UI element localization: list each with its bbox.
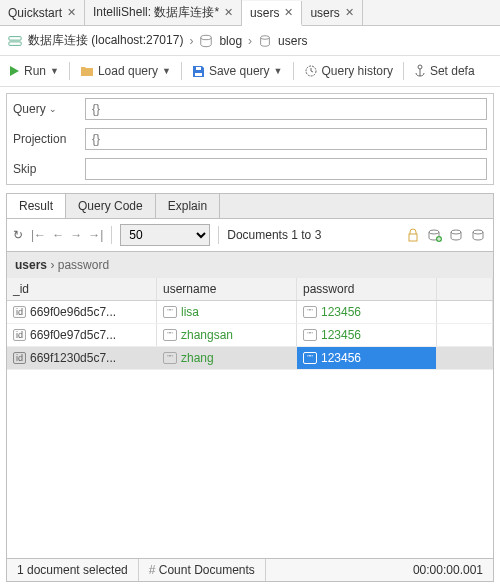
count-documents-button[interactable]: # Count Documents	[139, 559, 266, 581]
lock-icon[interactable]	[405, 227, 421, 243]
refresh-icon[interactable]: ↻	[13, 228, 23, 242]
history-icon	[304, 64, 318, 78]
svg-point-12	[473, 230, 483, 234]
view-icon[interactable]	[449, 227, 465, 243]
prev-page-icon[interactable]: ←	[52, 228, 64, 242]
skip-input[interactable]	[85, 158, 487, 180]
result-path: users › password	[6, 252, 494, 278]
result-toolbar: ↻ |← ← → →| 50 Documents 1 to 3	[6, 218, 494, 252]
close-icon[interactable]: ✕	[345, 6, 354, 19]
projection-label: Projection	[13, 132, 79, 146]
tab-explain[interactable]: Explain	[156, 194, 220, 218]
tab-quickstart[interactable]: Quickstart ✕	[0, 0, 85, 25]
result-table: _id username password id669f0e96d5c7... …	[6, 278, 494, 559]
table-body: id669f0e96d5c7... ""lisa ""123456 id669f…	[7, 301, 493, 558]
separator	[181, 62, 182, 80]
crumb-coll[interactable]: users	[278, 34, 307, 48]
next-page-icon[interactable]: →	[70, 228, 82, 242]
pager: |← ← → →|	[31, 228, 103, 242]
projection-input[interactable]	[85, 128, 487, 150]
svg-point-3	[261, 35, 270, 39]
editor-tabs: Quickstart ✕ IntelliShell: 数据库连接* ✕ user…	[0, 0, 500, 26]
objectid-icon: id	[13, 306, 26, 318]
close-icon[interactable]: ✕	[224, 6, 233, 19]
save-query-button[interactable]: Save query ▼	[192, 64, 283, 78]
svg-point-2	[201, 35, 212, 39]
svg-point-9	[429, 230, 439, 234]
tab-result[interactable]: Result	[7, 194, 66, 218]
load-label: Load query	[98, 64, 158, 78]
path-coll[interactable]: users	[15, 258, 47, 272]
svg-point-11	[451, 230, 461, 234]
svg-rect-0	[9, 36, 21, 40]
set-default-button[interactable]: Set defa	[414, 64, 475, 78]
chevron-down-icon[interactable]: ▼	[274, 66, 283, 76]
load-query-button[interactable]: Load query ▼	[80, 64, 171, 78]
chevron-down-icon[interactable]: ▼	[162, 66, 171, 76]
col-empty	[437, 278, 493, 300]
connection-icon	[8, 34, 22, 48]
col-password[interactable]: password	[297, 278, 437, 300]
tab-users-active[interactable]: users ✕	[242, 1, 302, 26]
last-page-icon[interactable]: →|	[88, 228, 103, 242]
folder-icon	[80, 65, 94, 77]
query-label: Query ⌄	[13, 102, 79, 116]
anchor-icon	[414, 64, 426, 78]
string-icon: ""	[163, 352, 177, 364]
result-action-icons	[405, 227, 487, 243]
setdef-label: Set defa	[430, 64, 475, 78]
tab-label: IntelliShell: 数据库连接*	[93, 4, 219, 21]
svg-rect-5	[196, 67, 201, 70]
separator	[69, 62, 70, 80]
result-section: Result Query Code Explain ↻ |← ← → →| 50…	[6, 193, 494, 278]
tab-intellishell[interactable]: IntelliShell: 数据库连接* ✕	[85, 0, 242, 25]
svg-rect-1	[9, 41, 21, 45]
table-row[interactable]: id669f0e97d5c7... ""zhangsan ""123456	[7, 324, 493, 347]
string-icon: ""	[303, 352, 317, 364]
col-username[interactable]: username	[157, 278, 297, 300]
chevron-down-icon[interactable]: ▼	[50, 66, 59, 76]
play-icon	[8, 65, 20, 77]
run-button[interactable]: Run ▼	[8, 64, 59, 78]
crumb-db[interactable]: blog	[219, 34, 242, 48]
string-icon: ""	[163, 329, 177, 341]
query-form: Query ⌄ Projection Skip	[6, 93, 494, 185]
first-page-icon[interactable]: |←	[31, 228, 46, 242]
chevron-down-icon[interactable]: ⌄	[49, 104, 57, 114]
export-icon[interactable]	[471, 227, 487, 243]
breadcrumb: 数据库连接 (localhost:27017) › blog › users	[0, 26, 500, 56]
chevron-right-icon: ›	[248, 34, 252, 48]
close-icon[interactable]: ✕	[67, 6, 76, 19]
path-field[interactable]: password	[58, 258, 109, 272]
table-row[interactable]: id669f0e96d5c7... ""lisa ""123456	[7, 301, 493, 324]
table-header: _id username password	[7, 278, 493, 301]
history-label: Query history	[322, 64, 393, 78]
status-time: 00:00:00.001	[403, 559, 493, 581]
status-selected: 1 document selected	[7, 559, 139, 581]
query-input[interactable]	[85, 98, 487, 120]
crumb-conn[interactable]: 数据库连接 (localhost:27017)	[28, 32, 183, 49]
svg-rect-4	[195, 73, 202, 76]
tab-query-code[interactable]: Query Code	[66, 194, 156, 218]
skip-label: Skip	[13, 162, 79, 176]
query-history-button[interactable]: Query history	[304, 64, 393, 78]
tab-label: users	[250, 6, 279, 20]
string-icon: ""	[303, 329, 317, 341]
database-icon	[199, 34, 213, 48]
toolbar: Run ▼ Load query ▼ Save query ▼ Query hi…	[0, 56, 500, 87]
string-icon: ""	[163, 306, 177, 318]
table-row-selected[interactable]: id669f1230d5c7... ""zhang ""123456	[7, 347, 493, 370]
documents-range: Documents 1 to 3	[227, 228, 321, 242]
status-bar: 1 document selected # Count Documents 00…	[6, 559, 494, 582]
projection-row: Projection	[7, 124, 493, 154]
string-icon: ""	[303, 306, 317, 318]
close-icon[interactable]: ✕	[284, 6, 293, 19]
separator	[403, 62, 404, 80]
limit-select[interactable]: 50	[120, 224, 210, 246]
save-label: Save query	[209, 64, 270, 78]
col-id[interactable]: _id	[7, 278, 157, 300]
tab-users-2[interactable]: users ✕	[302, 0, 362, 25]
chevron-right-icon: ›	[189, 34, 193, 48]
tab-label: users	[310, 6, 339, 20]
add-doc-icon[interactable]	[427, 227, 443, 243]
